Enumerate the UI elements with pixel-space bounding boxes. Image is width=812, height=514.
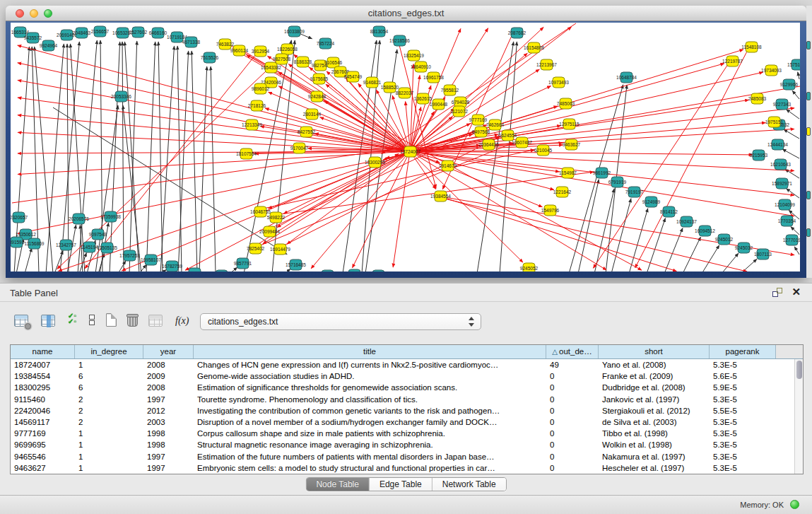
- column-header-in_degree[interactable]: in_degree: [75, 345, 143, 358]
- column-header-year[interactable]: year: [143, 345, 194, 358]
- network-node[interactable]: 8186328: [294, 57, 312, 67]
- network-node[interactable]: 2718126: [248, 100, 266, 111]
- column-header-title[interactable]: title: [194, 345, 546, 358]
- table-vertical-scrollbar[interactable]: [794, 359, 803, 474]
- network-node[interactable]: 8914112: [660, 206, 678, 217]
- table-selector-dropdown[interactable]: citations_edges.txt: [200, 313, 481, 330]
- table-row[interactable]: 1872400712008Changes of HCN gene express…: [11, 359, 794, 370]
- network-node[interactable]: 9146821: [363, 77, 382, 88]
- network-node[interactable]: 1527602: [129, 27, 148, 37]
- network-node[interactable]: 16210643: [770, 159, 791, 170]
- column-header-out_de[interactable]: △out_de…: [546, 345, 599, 358]
- network-node[interactable]: 17957253: [119, 250, 140, 261]
- network-node[interactable]: 9175685: [310, 74, 329, 84]
- network-node[interactable]: 1624554: [499, 130, 517, 141]
- network-node[interactable]: 2087682: [508, 28, 526, 38]
- column-header-name[interactable]: name: [11, 345, 75, 358]
- table-options-icon[interactable]: [14, 315, 28, 327]
- network-node[interactable]: 16033809: [284, 26, 305, 37]
- network-node[interactable]: 10924137: [676, 216, 697, 227]
- network-node[interactable]: 15892971: [772, 178, 792, 189]
- table-row[interactable]: 977716911998Corpus callosum shape and si…: [11, 428, 794, 439]
- network-node[interactable]: 13505135: [97, 243, 117, 253]
- network-node[interactable]: 9124989: [642, 197, 661, 207]
- network-node[interactable]: 2320657: [11, 212, 28, 223]
- network-node[interactable]: 2803144: [303, 109, 322, 119]
- network-node[interactable]: 16154808: [524, 42, 544, 53]
- network-node[interactable]: 12213967: [536, 59, 557, 70]
- table-row[interactable]: 2242004622012Investigating the contribut…: [11, 405, 794, 416]
- tab-network-table[interactable]: Network Table: [433, 478, 506, 491]
- network-node[interactable]: 9129966: [780, 79, 799, 90]
- network-node[interactable]: 19218586: [389, 35, 410, 46]
- column-visibility-icon[interactable]: ✓▫✓▫: [68, 313, 76, 325]
- network-node[interactable]: 19734093: [761, 65, 782, 76]
- tab-node-table[interactable]: Node Table: [306, 478, 370, 491]
- network-node[interactable]: 9245052: [520, 263, 539, 271]
- network-node[interactable]: 1121072: [450, 106, 468, 117]
- network-node[interactable]: 9245012: [715, 234, 734, 245]
- network-node[interactable]: 9924964: [40, 40, 58, 51]
- network-node[interactable]: 8215953: [750, 150, 768, 160]
- network-node[interactable]: 391591: [11, 237, 25, 247]
- network-node[interactable]: 12342757: [56, 240, 76, 250]
- network-node[interactable]: 16958107: [141, 255, 161, 265]
- network-node[interactable]: 7485063: [557, 98, 575, 109]
- network-node[interactable]: 9463627: [563, 139, 581, 150]
- network-node[interactable]: 6210045: [534, 145, 553, 156]
- network-node[interactable]: 12923468: [184, 268, 205, 271]
- network-node[interactable]: 7857224: [317, 38, 335, 49]
- network-node[interactable]: 7916450: [370, 270, 388, 271]
- table-row[interactable]: 946362711997Embryonic stem cells: a mode…: [11, 462, 794, 474]
- network-node[interactable]: 7515526: [201, 52, 219, 63]
- network-node[interactable]: 11548108: [741, 42, 762, 52]
- new-column-icon[interactable]: [106, 313, 117, 327]
- column-header-pagerank[interactable]: pagerank: [710, 345, 776, 358]
- network-node[interactable]: 3912954: [252, 46, 270, 57]
- tab-edge-table[interactable]: Edge Table: [370, 478, 433, 491]
- network-node[interactable]: 16782759: [162, 261, 182, 271]
- network-node[interactable]: 1154987: [559, 168, 577, 178]
- network-node[interactable]: 16094512: [695, 226, 715, 236]
- row-height-icon[interactable]: [89, 315, 95, 326]
- network-node[interactable]: 16961758: [423, 72, 444, 83]
- network-node[interactable]: 1549796: [541, 205, 560, 216]
- table-row[interactable]: 911546021997Tourette syndrome. Phenomeno…: [11, 394, 794, 405]
- network-node[interactable]: 18325419: [404, 50, 424, 61]
- network-node[interactable]: 9097548: [89, 229, 107, 240]
- network-node[interactable]: 7462664: [486, 119, 505, 130]
- network-node[interactable]: 7955812: [441, 85, 459, 95]
- network-node[interactable]: 8427552: [298, 127, 316, 137]
- network-node[interactable]: 9227343: [773, 99, 792, 110]
- column-header-short[interactable]: short: [599, 345, 710, 358]
- network-node[interactable]: 1145194: [81, 242, 98, 252]
- network-node[interactable]: 10973493: [548, 77, 569, 88]
- network-canvas[interactable]: 1665314943557299249642069140620484632156…: [11, 23, 800, 271]
- table-row[interactable]: 969969511998Structural magnetic resonanc…: [11, 439, 794, 450]
- memory-ok-indicator[interactable]: [790, 500, 799, 509]
- network-node[interactable]: 8605121: [319, 270, 337, 271]
- float-panel-icon[interactable]: [772, 288, 782, 297]
- network-node[interactable]: 1990448: [430, 99, 448, 110]
- network-node[interactable]: 12104099: [775, 199, 795, 210]
- network-node[interactable]: 9861992: [593, 168, 611, 178]
- delete-column-icon[interactable]: [127, 313, 138, 327]
- table-row[interactable]: 1456911722003Disruption of a novel membe…: [11, 416, 794, 428]
- network-node[interactable]: 18107554: [236, 148, 257, 159]
- show-columns-icon[interactable]: [41, 315, 55, 327]
- network-node[interactable]: 1277019: [783, 235, 800, 245]
- table-row[interactable]: 1830029562008Estimation of significance …: [11, 382, 794, 393]
- network-node[interactable]: 1807113: [754, 249, 772, 259]
- network-node[interactable]: 18640910: [411, 62, 431, 72]
- network-node[interactable]: 19384554: [430, 191, 451, 201]
- network-node[interactable]: 9245032: [735, 243, 753, 253]
- network-node[interactable]: 15751074: [787, 59, 800, 70]
- network-node[interactable]: 6466160: [149, 28, 167, 38]
- table-row[interactable]: 946554611997Estimation of the future num…: [11, 451, 794, 462]
- table-row[interactable]: 1938455462009Genome-wide association stu…: [11, 370, 794, 382]
- scrollbar-thumb[interactable]: [796, 361, 802, 379]
- network-node[interactable]: 1221642: [553, 187, 572, 197]
- network-node[interactable]: 6791919: [608, 177, 627, 187]
- function-builder-icon[interactable]: f(x): [175, 315, 189, 327]
- close-panel-icon[interactable]: ✕: [792, 286, 801, 298]
